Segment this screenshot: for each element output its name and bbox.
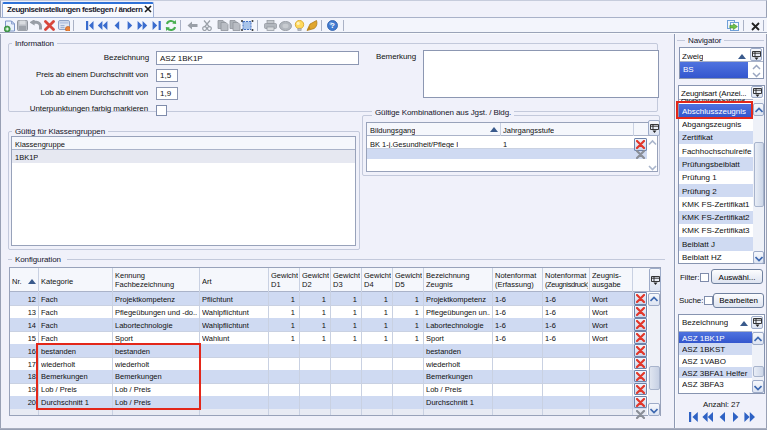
svg-text:?: ? (330, 21, 335, 30)
